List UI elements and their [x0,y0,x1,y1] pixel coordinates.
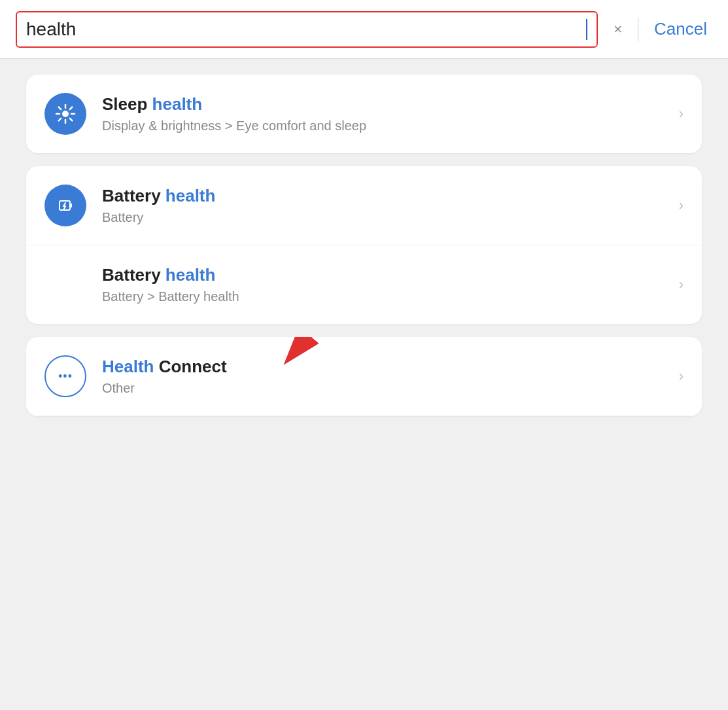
battery-icon-2-spacer [44,264,86,306]
svg-point-0 [62,111,69,117]
battery-health-1-text: Battery health Battery [102,186,663,225]
divider [638,18,638,41]
results-container: Sleep health Display & brightness > Eye … [0,59,728,432]
sleep-health-title: Sleep health [102,94,663,115]
battery-health-2-title: Battery health [102,265,663,285]
clear-icon[interactable]: × [608,18,627,41]
list-item[interactable]: Battery health Battery > Battery health … [26,245,702,324]
svg-line-7 [70,107,73,110]
dots-symbol: ••• [58,370,73,383]
svg-line-6 [70,118,73,121]
health-connect-card: ••• Health Connect Other › [26,337,702,416]
battery-health-1-title: Battery health [102,186,663,206]
sleep-icon [44,93,86,135]
health-connect-title: Health Connect [102,357,663,377]
search-input[interactable] [26,19,585,40]
battery-health-1-subtitle: Battery [102,210,663,225]
battery-health-2-subtitle: Battery > Battery health [102,289,663,304]
svg-line-5 [59,107,61,110]
sleep-health-highlight: health [152,94,203,114]
battery-health-2-highlight: health [165,265,216,285]
chevron-icon: › [679,197,684,214]
cancel-button[interactable]: Cancel [649,16,712,42]
sleep-health-text: Sleep health Display & brightness > Eye … [102,94,663,133]
chevron-icon: › [679,368,684,385]
chevron-icon: › [679,105,684,122]
battery-health-2-text: Battery health Battery > Battery health [102,265,663,304]
health-connect-subtitle: Other [102,381,663,396]
battery-health-card: Battery health Battery › Battery health … [26,166,702,324]
chevron-icon: › [679,276,684,293]
cursor-indicator [586,19,587,40]
sleep-health-subtitle: Display & brightness > Eye comfort and s… [102,118,663,133]
list-item[interactable]: Battery health Battery › [26,166,702,245]
list-item[interactable]: ••• Health Connect Other › [26,337,702,416]
list-item[interactable]: Sleep health Display & brightness > Eye … [26,75,702,153]
battery-health-1-highlight: health [165,186,216,205]
search-bar: × Cancel [0,0,728,59]
dots-icon: ••• [44,355,86,397]
health-connect-text: Health Connect Other [102,357,663,396]
battery-icon-1 [44,185,86,226]
sleep-health-card: Sleep health Display & brightness > Eye … [26,75,702,153]
svg-rect-10 [70,204,72,207]
svg-line-8 [59,118,61,121]
search-input-wrapper[interactable] [16,11,598,48]
health-connect-highlight: Health [102,357,154,376]
